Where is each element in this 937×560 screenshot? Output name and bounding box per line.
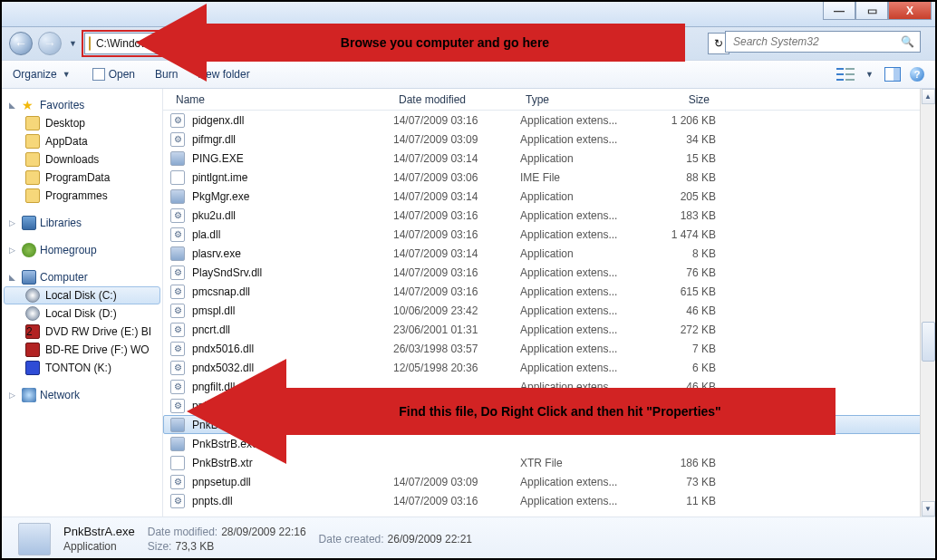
- navigation-pane: ◣★ Favorites DesktopAppDataDownloadsProg…: [2, 89, 163, 517]
- file-row[interactable]: PING.EXE14/07/2009 03:14Application15 KB: [163, 149, 935, 168]
- nav-item[interactable]: Local Disk (D:): [4, 304, 160, 323]
- file-icon: [170, 323, 185, 337]
- file-size: 73 KB: [625, 476, 716, 488]
- file-size: 46 KB: [625, 304, 716, 317]
- nav-item[interactable]: Desktop: [4, 114, 160, 132]
- file-size: 1 206 KB: [625, 114, 716, 127]
- file-row[interactable]: PlaySndSrv.dll14/07/2009 03:16Applicatio…: [163, 263, 935, 282]
- col-name[interactable]: Name: [170, 89, 393, 110]
- search-box[interactable]: 🔍: [725, 31, 921, 53]
- vertical-scrollbar[interactable]: ▲ ▼: [920, 89, 935, 517]
- file-row[interactable]: pku2u.dll14/07/2009 03:16Application ext…: [163, 206, 935, 225]
- burn-button[interactable]: Burn: [155, 68, 178, 81]
- view-options-dropdown[interactable]: ▼: [864, 70, 875, 79]
- drive-icon: [25, 288, 40, 303]
- search-input[interactable]: [731, 34, 901, 49]
- close-button[interactable]: X: [888, 2, 932, 20]
- favorites-group[interactable]: ◣★ Favorites: [4, 96, 160, 114]
- file-icon: [170, 494, 185, 508]
- file-rows: pidgenx.dll14/07/2009 03:16Application e…: [163, 111, 935, 517]
- nav-item[interactable]: Local Disk (C:): [4, 286, 160, 304]
- organize-menu[interactable]: Organize▼: [13, 68, 72, 81]
- computer-group[interactable]: ◣ Computer: [4, 268, 160, 286]
- folder-icon: [25, 116, 40, 130]
- scroll-up-button[interactable]: ▲: [922, 89, 935, 104]
- annotation-top: Browse you computer and go here: [205, 24, 685, 62]
- scroll-down-button[interactable]: ▼: [922, 501, 935, 517]
- file-row[interactable]: pnidui.dll: [163, 396, 935, 415]
- network-icon: [22, 388, 36, 402]
- homegroup-group[interactable]: ▷ Homegroup: [4, 241, 160, 259]
- forward-button[interactable]: →: [38, 32, 62, 55]
- nav-item[interactable]: TONTON (K:): [4, 359, 160, 377]
- back-button[interactable]: ←: [9, 32, 33, 55]
- file-icon: [170, 380, 185, 394]
- file-row[interactable]: pnpts.dll14/07/2009 03:16Application ext…: [163, 491, 935, 510]
- file-row[interactable]: PkgMgr.exe14/07/2009 03:14Application205…: [163, 187, 935, 206]
- nav-item[interactable]: Downloads: [4, 150, 160, 169]
- nav-item[interactable]: ProgramData: [4, 169, 160, 187]
- file-icon: [170, 437, 185, 451]
- file-size: 76 KB: [625, 266, 716, 279]
- file-name: pnidui.dll: [192, 400, 393, 412]
- file-row[interactable]: pncrt.dll23/06/2001 01:31Application ext…: [163, 320, 935, 339]
- file-row[interactable]: pifmgr.dll14/07/2009 03:09Application ex…: [163, 130, 935, 149]
- libraries-group[interactable]: ▷ Libraries: [4, 214, 160, 232]
- col-date[interactable]: Date modified: [393, 89, 520, 110]
- file-list: Name Date modified Type Size pidgenx.dll…: [163, 89, 935, 517]
- nav-item[interactable]: AppData: [4, 132, 160, 150]
- file-row[interactable]: pnpsetup.dll14/07/2009 03:09Application …: [163, 472, 935, 491]
- nav-item[interactable]: Programmes: [4, 187, 160, 205]
- file-row[interactable]: pmspl.dll10/06/2009 23:42Application ext…: [163, 301, 935, 320]
- file-type: Application extens...: [520, 114, 625, 127]
- file-type: Application extens...: [520, 343, 625, 355]
- nav-item[interactable]: 2DVD RW Drive (E:) BI: [4, 323, 160, 341]
- refresh-icon: ↻: [714, 37, 723, 50]
- file-row[interactable]: pidgenx.dll14/07/2009 03:16Application e…: [163, 111, 935, 130]
- network-group[interactable]: ▷ Network: [4, 386, 160, 404]
- file-icon: [170, 456, 185, 470]
- new-folder-button[interactable]: New folder: [198, 68, 249, 81]
- file-row[interactable]: PnkBstrA.exe: [163, 415, 935, 434]
- file-row[interactable]: PnkBstrB.xtrXTR File186 KB: [163, 453, 935, 472]
- scroll-thumb[interactable]: [922, 322, 935, 362]
- file-date: 14/07/2009 03:16: [393, 114, 520, 127]
- address-bar[interactable]: [84, 33, 220, 54]
- file-row[interactable]: pndx5016.dll26/03/1998 03:57Application …: [163, 339, 935, 358]
- explorer-window: — ▭ X ← → ▼ Browse you computer and go h…: [0, 0, 937, 560]
- help-icon[interactable]: ?: [910, 67, 924, 82]
- col-size[interactable]: Size: [625, 89, 716, 110]
- file-type: Application: [520, 247, 625, 260]
- file-size: 15 KB: [625, 152, 716, 165]
- file-row[interactable]: pngfilt.dllApplication extens...46 KB: [163, 377, 935, 396]
- open-button[interactable]: Open: [92, 68, 135, 81]
- file-row[interactable]: pintlgnt.ime14/07/2009 03:06IME File88 K…: [163, 168, 935, 187]
- file-type: Application extens...: [520, 133, 625, 146]
- preview-pane-icon[interactable]: [884, 67, 901, 82]
- address-input[interactable]: [94, 36, 234, 51]
- file-row[interactable]: PnkBstrB.exe: [163, 434, 935, 453]
- file-row[interactable]: plasrv.exe14/07/2009 03:14Application8 K…: [163, 244, 935, 263]
- nav-item[interactable]: BD-RE Drive (F:) WO: [4, 341, 160, 359]
- file-date: 14/07/2009 03:09: [393, 476, 520, 488]
- file-row[interactable]: pndx5032.dll12/05/1998 20:36Application …: [163, 358, 935, 377]
- maximize-button[interactable]: ▭: [855, 2, 888, 20]
- col-type[interactable]: Type: [520, 89, 625, 110]
- column-headers: Name Date modified Type Size: [163, 89, 935, 111]
- star-icon: ★: [22, 98, 36, 112]
- libraries-icon: [22, 216, 36, 230]
- file-date: 14/07/2009 03:16: [393, 266, 520, 279]
- file-name: pintlgnt.ime: [192, 171, 393, 184]
- file-row[interactable]: pla.dll14/07/2009 03:16Application exten…: [163, 225, 935, 244]
- minimize-button[interactable]: —: [823, 2, 855, 20]
- file-type: Application extens...: [520, 323, 625, 336]
- view-options-icon[interactable]: [836, 66, 855, 82]
- file-name: pifmgr.dll: [192, 133, 393, 146]
- computer-icon: [22, 270, 36, 285]
- file-date: 26/03/1998 03:57: [393, 343, 520, 355]
- file-icon: [170, 151, 185, 166]
- file-icon: [170, 246, 185, 261]
- history-dropdown-icon[interactable]: ▼: [67, 39, 79, 48]
- file-size: 205 KB: [625, 190, 716, 203]
- file-row[interactable]: pmcsnap.dll14/07/2009 03:16Application e…: [163, 282, 935, 301]
